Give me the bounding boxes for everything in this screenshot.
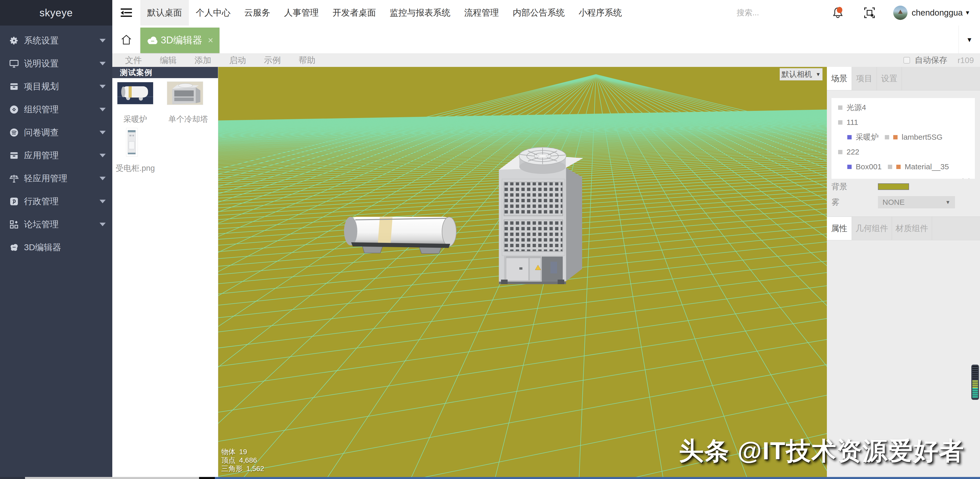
3d-object-heater[interactable] bbox=[342, 216, 458, 254]
topbar: skyeye 默认桌面个人中心云服务人事管理开发者桌面监控与报表系统流程管理内部… bbox=[0, 0, 980, 26]
document-tabstrip: 3D编辑器 × ▾ bbox=[112, 26, 980, 54]
outliner-row[interactable]: 光源4 bbox=[832, 100, 975, 115]
topnav-item[interactable]: 流程管理 bbox=[457, 0, 506, 26]
fog-select-caret-icon: ▼ bbox=[945, 200, 950, 205]
topnav-item[interactable]: 开发者桌面 bbox=[326, 0, 383, 26]
scene-panel-tabs: 场景项目设置 bbox=[827, 67, 980, 90]
asset-label[interactable]: 受电柜.png bbox=[112, 163, 158, 174]
outliner-row[interactable]: Box001Material__35 bbox=[832, 159, 975, 174]
search-input[interactable] bbox=[737, 8, 813, 18]
stat-row: 顶点4,686 bbox=[221, 456, 268, 465]
asset-thumbnail-heater[interactable] bbox=[118, 82, 153, 104]
hamburger-icon bbox=[121, 8, 132, 17]
panel-tab[interactable]: 项目 bbox=[852, 67, 877, 90]
survey-icon bbox=[9, 128, 19, 137]
topnav-item[interactable]: 个人中心 bbox=[189, 0, 237, 26]
menu-item[interactable]: 帮助 bbox=[293, 55, 321, 66]
sidebar-toggle-button[interactable] bbox=[112, 0, 140, 26]
camera-select-value: 默认相机 bbox=[781, 69, 812, 80]
menu-item[interactable]: 编辑 bbox=[155, 55, 182, 66]
asset-thumbnail-power-cabinet[interactable] bbox=[126, 128, 138, 156]
background-color-swatch[interactable] bbox=[878, 183, 909, 190]
mesh-icon bbox=[847, 165, 852, 169]
menu-item[interactable]: 添加 bbox=[189, 55, 216, 66]
scene-panel: 场景项目设置 光源4111采暖炉lambert5SG222Box001Mater… bbox=[827, 67, 980, 477]
sidebar-item-label: 组织管理 bbox=[24, 104, 59, 115]
asset-label[interactable]: 采暖炉 bbox=[112, 114, 158, 125]
menu-items: 文件编辑添加启动示例帮助 bbox=[112, 55, 321, 66]
horizontal-scrollbar[interactable] bbox=[0, 477, 980, 479]
sidebar-item-survey[interactable]: 问卷调查 bbox=[0, 121, 112, 144]
topnav-item[interactable]: 云服务 bbox=[237, 0, 277, 26]
home-icon bbox=[120, 33, 133, 46]
app-logo[interactable]: skyeye bbox=[0, 0, 112, 26]
revision-label: r109 bbox=[958, 56, 974, 65]
camera-select[interactable]: 默认相机 ▼ bbox=[780, 69, 822, 80]
sidebar: 系统设置说明设置项目规划组织管理问卷调查应用管理轻应用管理行政管理论坛管理3D编… bbox=[0, 26, 112, 477]
object-name: 222 bbox=[846, 148, 859, 156]
editor-menubar: 文件编辑添加启动示例帮助 自动保存 r109 bbox=[112, 54, 980, 67]
chevron-down-icon bbox=[100, 108, 106, 111]
user-menu-caret-icon[interactable]: ▼ bbox=[965, 10, 970, 16]
material-icon bbox=[896, 165, 900, 169]
screenshot-icon[interactable] bbox=[862, 6, 877, 20]
tab-3d-editor[interactable]: 3D编辑器 × bbox=[140, 27, 220, 53]
autosave-checkbox[interactable] bbox=[904, 57, 910, 64]
asset-thumbnail-cooling-tower[interactable] bbox=[167, 82, 203, 105]
sidebar-item-label: 轻应用管理 bbox=[24, 172, 67, 184]
topnav-item[interactable]: 人事管理 bbox=[277, 0, 326, 26]
sidebar-item-admin[interactable]: 行政管理 bbox=[0, 190, 112, 213]
outliner-row[interactable]: quanquanquan001Material__34 bbox=[832, 174, 975, 179]
sidebar-item-label: 论坛管理 bbox=[24, 219, 59, 230]
group-icon bbox=[838, 120, 842, 125]
panel-tab[interactable]: 材质组件 bbox=[892, 217, 932, 240]
sidebar-item-scale[interactable]: 轻应用管理 bbox=[0, 167, 112, 190]
chevron-down-icon bbox=[100, 85, 106, 88]
topnav-item[interactable]: 内部公告系统 bbox=[506, 0, 572, 26]
topnav-item[interactable]: 监控与报表系统 bbox=[383, 0, 457, 26]
geometry-icon bbox=[888, 165, 892, 169]
3d-viewport[interactable]: 默认相机 ▼ 物体19顶点4,686三角形1,562 bbox=[218, 67, 827, 477]
render-stats: 物体19顶点4,686三角形1,562 bbox=[221, 448, 268, 473]
menu-item[interactable]: 文件 bbox=[120, 55, 147, 66]
monitor-icon bbox=[9, 59, 19, 69]
sidebar-item-forum[interactable]: 论坛管理 bbox=[0, 213, 112, 236]
panel-tab[interactable]: 属性 bbox=[827, 217, 852, 240]
group-icon bbox=[838, 105, 842, 110]
outliner-row[interactable]: 222 bbox=[832, 145, 975, 159]
username[interactable]: chendonggua bbox=[912, 8, 963, 18]
box-icon bbox=[9, 151, 19, 160]
panel-tab[interactable]: 场景 bbox=[827, 67, 852, 90]
sidebar-item-org[interactable]: 组织管理 bbox=[0, 98, 112, 121]
sidebar-item-monitor[interactable]: 说明设置 bbox=[0, 52, 112, 75]
user-avatar[interactable] bbox=[893, 6, 907, 20]
outliner-row[interactable]: 111 bbox=[832, 115, 975, 130]
notifications-bell-icon[interactable] bbox=[831, 6, 845, 20]
forum-icon bbox=[9, 220, 19, 229]
menu-item[interactable]: 启动 bbox=[224, 55, 251, 66]
component-tabs: 属性几何组件材质组件 bbox=[827, 217, 980, 240]
tab-close-icon[interactable]: × bbox=[208, 35, 213, 46]
panel-tab[interactable]: 几何组件 bbox=[852, 217, 892, 240]
asset-label[interactable]: 单个冷却塔 bbox=[158, 114, 218, 125]
watermark: 头条 @IT技术资源爱好者 bbox=[679, 434, 965, 468]
fog-select[interactable]: NONE ▼ bbox=[878, 196, 955, 208]
minimap-widget[interactable] bbox=[971, 365, 979, 400]
3d-object-cooling-unit[interactable] bbox=[481, 142, 587, 285]
home-tab-button[interactable] bbox=[112, 33, 140, 46]
sidebar-item-box[interactable]: 应用管理 bbox=[0, 144, 112, 167]
sidebar-item-box[interactable]: 项目规划 bbox=[0, 75, 112, 98]
admin-icon bbox=[9, 196, 19, 206]
topnav-item[interactable]: 默认桌面 bbox=[140, 0, 189, 26]
outliner-row[interactable]: 采暖炉lambert5SG bbox=[832, 130, 975, 145]
menu-item[interactable]: 示例 bbox=[259, 55, 286, 66]
tab-list-caret-icon[interactable]: ▾ bbox=[967, 35, 971, 44]
sidebar-item-gear[interactable]: 系统设置 bbox=[0, 29, 112, 52]
panel-tab[interactable]: 设置 bbox=[877, 67, 902, 90]
sidebar-item-cube-active[interactable]: 3D编辑器 bbox=[0, 236, 112, 259]
sidebar-item-label: 问卷调查 bbox=[24, 127, 59, 138]
hscroll-thumb[interactable] bbox=[25, 477, 199, 479]
sidebar-item-label: 行政管理 bbox=[24, 196, 59, 208]
topnav-item[interactable]: 小程序系统 bbox=[572, 0, 629, 26]
gear-icon bbox=[9, 36, 19, 45]
